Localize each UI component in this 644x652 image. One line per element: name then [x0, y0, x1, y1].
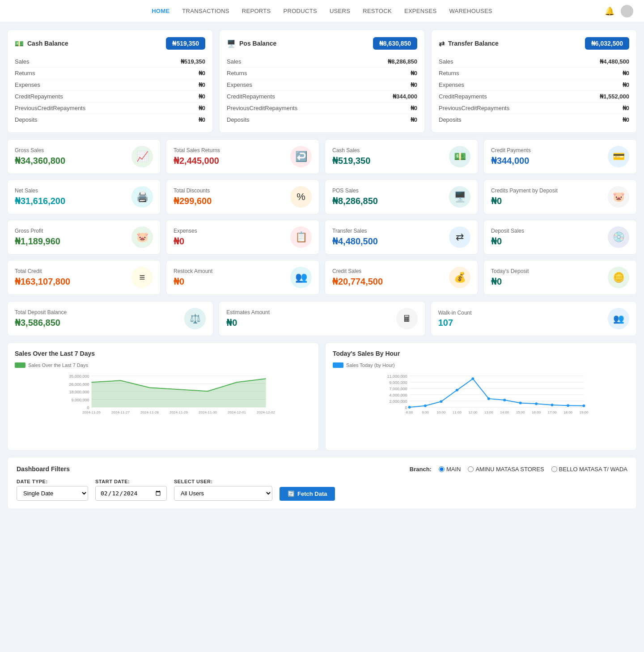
stat-card-7: Credits Payment by Deposit ₦0 🐷: [483, 179, 637, 214]
balance-cards-row: 💵 Cash Balance ₦519,350 Sales ₦519,350 R…: [7, 30, 637, 133]
filters-title: Dashboard Filters: [17, 465, 70, 473]
totals-row: Total Deposit Balance ₦3,586,850 ⚖️ Esti…: [7, 301, 637, 336]
total-text: Total Deposit Balance ₦3,586,850: [15, 309, 67, 328]
stat-value: ₦34,360,800: [15, 155, 65, 166]
stat-card-6: POS Sales ₦8,286,850 🖥️: [325, 179, 478, 214]
branch-aminu[interactable]: AMINU MATASA STORES: [468, 466, 544, 473]
svg-text:2024-12-01: 2024-12-01: [228, 410, 246, 414]
chart1-container: 09,000,00018,000,00026,000,00035,000,000…: [15, 371, 311, 443]
nav-link-restock[interactable]: RESTOCK: [363, 8, 392, 14]
total-text: Estimates Amount ₦0: [226, 309, 270, 328]
stat-icon: 💳: [608, 146, 629, 167]
nav-link-expenses[interactable]: EXPENSES: [404, 8, 437, 14]
balance-row-label: Deposits: [227, 116, 250, 123]
total-card-2: Walk-in Count 107 👥: [431, 301, 637, 336]
branch-main-radio[interactable]: [439, 466, 445, 472]
stat-value: ₦31,616,200: [15, 196, 65, 206]
stat-icon: ↩️: [290, 146, 312, 167]
nav-link-reports[interactable]: REPORTS: [242, 8, 271, 14]
nav-link-products[interactable]: PRODUCTS: [284, 8, 317, 14]
svg-text:2024-11-29: 2024-11-29: [169, 410, 188, 414]
stat-label: Credit Sales: [332, 268, 383, 274]
balance-row-label: Deposits: [439, 116, 462, 123]
user-avatar[interactable]: [621, 5, 633, 17]
svg-text:0: 0: [405, 405, 407, 410]
filters-top: Dashboard Filters Branch: MAIN AMINU MAT…: [17, 465, 627, 473]
stat-value: ₦519,350: [332, 155, 370, 166]
balance-card-1: 🖥️ Pos Balance ₦8,630,850 Sales ₦8,286,8…: [219, 30, 425, 133]
balance-row-item: PreviousCreditRepayments ₦0: [15, 102, 205, 114]
balance-row-value: ₦4,480,500: [600, 58, 629, 65]
stat-text: Restock Amount ₦0: [174, 268, 212, 287]
balance-title-text: Cash Balance: [27, 40, 68, 47]
stat-icon: 🖨️: [131, 186, 153, 208]
balance-row-item: Sales ₦4,480,500: [439, 56, 629, 68]
balance-amount: ₦519,350: [166, 37, 205, 50]
balance-row-label: Sales: [227, 58, 242, 65]
chart-sales-7days: Sales Over the Last 7 Days Sales Over th…: [7, 342, 319, 451]
branch-main[interactable]: MAIN: [439, 466, 461, 473]
total-card-0: Total Deposit Balance ₦3,586,850 ⚖️: [7, 301, 213, 336]
balance-row-item: Deposits ₦0: [439, 114, 629, 125]
stat-icon: 🖥️: [449, 186, 470, 208]
chart2-svg: 02,000,0004,000,0007,000,0009,000,00011,…: [333, 371, 629, 434]
balance-header: ⇄ Transfer Balance ₦6,032,500: [439, 37, 629, 50]
branch-row: Branch: MAIN AMINU MATASA STORES BELLO M…: [410, 466, 627, 473]
svg-text:2024-11-27: 2024-11-27: [111, 410, 130, 414]
balance-row-value: ₦0: [199, 70, 205, 77]
stat-value: ₦20,774,500: [332, 276, 383, 287]
nav-links: HOMETRANSACTIONSREPORTSPRODUCTSUSERSREST…: [152, 8, 492, 14]
stat-label: Transfer Sales: [332, 228, 378, 234]
date-type-select[interactable]: Single Date Date Range: [17, 486, 88, 501]
start-date-input[interactable]: [95, 486, 167, 501]
svg-point-33: [471, 377, 474, 380]
stat-text: Total Sales Returns ₦2,445,000: [174, 147, 220, 166]
fetch-data-button[interactable]: 🔄 Fetch Data: [280, 487, 335, 501]
balance-row-label: Expenses: [227, 81, 252, 88]
nav-link-transactions[interactable]: TRANSACTIONS: [182, 8, 229, 14]
user-select[interactable]: All Users: [174, 486, 272, 501]
stat-label: Cash Sales: [332, 147, 370, 153]
stat-icon: ≡: [131, 267, 153, 288]
balance-row-value: ₦0: [411, 116, 417, 123]
svg-point-32: [456, 389, 458, 392]
stat-icon: %: [290, 186, 312, 208]
balance-row-value: ₦0: [623, 81, 629, 88]
svg-text:14:00: 14:00: [500, 410, 509, 414]
stat-value: ₦0: [491, 236, 524, 247]
balance-row-value: ₦0: [623, 70, 629, 77]
balance-row-label: Returns: [439, 70, 459, 77]
notification-icon[interactable]: 🔔: [605, 6, 614, 16]
branch-aminu-radio[interactable]: [468, 466, 474, 472]
balance-row-item: PreviousCreditRepayments ₦0: [227, 102, 417, 114]
nav-link-warehouses[interactable]: WAREHOUSES: [449, 8, 492, 14]
balance-row-value: ₦1,552,000: [600, 93, 629, 100]
stat-value: ₦299,600: [174, 196, 212, 206]
stat-icon: 📈: [131, 146, 153, 167]
nav-link-home[interactable]: HOME: [152, 8, 169, 14]
svg-text:9,000,000: 9,000,000: [389, 380, 407, 385]
balance-row-value: ₦0: [411, 105, 417, 111]
svg-text:17:00: 17:00: [548, 410, 557, 414]
balance-row-label: Expenses: [15, 81, 40, 88]
stat-icon: ⇄: [449, 226, 470, 248]
stat-text: Net Sales ₦31,616,200: [15, 188, 65, 206]
balance-row-value: ₦0: [623, 105, 629, 111]
main-nav: HOMETRANSACTIONSREPORTSPRODUCTSUSERSREST…: [0, 0, 644, 22]
branch-bello[interactable]: BELLO MATASA T/ WADA: [551, 466, 627, 473]
svg-text:4,000,000: 4,000,000: [389, 393, 407, 397]
total-card-1: Estimates Amount ₦0 🖩: [219, 301, 425, 336]
svg-point-36: [519, 401, 522, 404]
chart2-legend: Sales Today (by Hour): [333, 362, 629, 368]
stat-text: Gross Sales ₦34,360,800: [15, 147, 65, 166]
branch-bello-radio[interactable]: [551, 466, 557, 472]
stat-card-8: Gross Profit ₦1,189,960 🐷: [7, 220, 161, 255]
nav-link-users[interactable]: USERS: [330, 8, 350, 14]
balance-row-value: ₦0: [199, 81, 205, 88]
svg-text:2024-12-02: 2024-12-02: [257, 410, 275, 414]
svg-point-29: [408, 406, 411, 409]
svg-text:2,000,000: 2,000,000: [389, 399, 407, 404]
balance-row-label: CreditRepayments: [227, 93, 275, 100]
balance-row-label: Deposits: [15, 116, 38, 123]
fetch-icon: 🔄: [288, 490, 295, 497]
